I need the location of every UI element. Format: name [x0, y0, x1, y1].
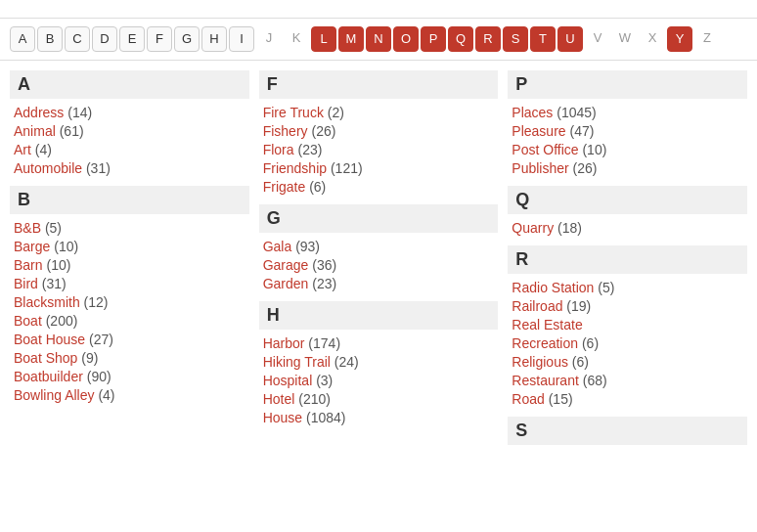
- item-link-bird[interactable]: Bird: [14, 276, 38, 291]
- item-count: (31): [82, 160, 111, 176]
- item-count: (10): [50, 239, 78, 254]
- item-count: (36): [308, 257, 336, 273]
- alpha-btn-k[interactable]: K: [284, 26, 309, 52]
- alpha-btn-t[interactable]: T: [530, 26, 556, 52]
- alpha-btn-q[interactable]: Q: [448, 26, 473, 52]
- alpha-btn-r[interactable]: R: [475, 26, 501, 52]
- list-item: Flora (23): [259, 142, 499, 157]
- item-link-boatbuilder[interactable]: Boatbuilder: [14, 369, 83, 384]
- item-link-religious[interactable]: Religious: [512, 354, 568, 370]
- item-link-house[interactable]: House: [263, 410, 302, 425]
- item-link-frigate[interactable]: Frigate: [263, 179, 306, 195]
- alpha-btn-h[interactable]: H: [201, 26, 227, 52]
- item-count: (121): [327, 160, 363, 176]
- alpha-btn-w[interactable]: W: [612, 26, 638, 52]
- item-count: (47): [566, 123, 595, 139]
- item-link-places[interactable]: Places: [512, 105, 553, 120]
- alpha-btn-x[interactable]: X: [640, 26, 665, 52]
- list-item: Boatbuilder (90): [10, 369, 249, 384]
- item-link-flora[interactable]: Flora: [263, 142, 294, 157]
- alpha-btn-m[interactable]: M: [338, 26, 364, 52]
- item-count: (31): [38, 276, 67, 291]
- item-link-hotel[interactable]: Hotel: [263, 391, 295, 407]
- item-count: (10): [579, 142, 607, 157]
- item-link-friendship[interactable]: Friendship: [263, 160, 327, 176]
- item-link-hiking-trail[interactable]: Hiking Trail: [263, 354, 331, 370]
- item-count: (12): [80, 294, 109, 310]
- alpha-btn-s[interactable]: S: [503, 26, 528, 52]
- list-item: B&B (5): [10, 220, 249, 236]
- item-link-animal[interactable]: Animal: [14, 123, 56, 139]
- item-count: (26): [569, 160, 598, 176]
- alpha-btn-g[interactable]: G: [174, 26, 200, 52]
- list-item: House (1084): [259, 410, 499, 425]
- item-link-gala[interactable]: Gala: [263, 239, 292, 254]
- item-link-boat[interactable]: Boat: [14, 313, 42, 329]
- item-link-automobile[interactable]: Automobile: [14, 160, 82, 176]
- item-count: (200): [42, 313, 78, 329]
- item-count: (15): [545, 391, 573, 407]
- list-item: Harbor (174): [259, 335, 499, 351]
- item-link-boat-house[interactable]: Boat House: [14, 332, 85, 347]
- item-link-hospital[interactable]: Hospital: [263, 373, 313, 388]
- item-link-blacksmith[interactable]: Blacksmith: [14, 294, 80, 310]
- alpha-btn-e[interactable]: E: [119, 26, 145, 52]
- list-item: Friendship (121): [259, 160, 499, 176]
- item-link-boat-shop[interactable]: Boat Shop: [14, 350, 77, 366]
- list-item: Barge (10): [10, 239, 249, 254]
- list-item: Blacksmith (12): [10, 294, 249, 310]
- item-link-radio-station[interactable]: Radio Station: [512, 280, 594, 295]
- alpha-btn-j[interactable]: J: [256, 26, 282, 52]
- alpha-btn-i[interactable]: I: [229, 26, 254, 52]
- list-item: Boat (200): [10, 313, 249, 329]
- item-link-fishery[interactable]: Fishery: [263, 123, 308, 139]
- item-link-restaurant[interactable]: Restaurant: [512, 373, 578, 388]
- alpha-btn-u[interactable]: U: [557, 26, 583, 52]
- alpha-btn-n[interactable]: N: [366, 26, 391, 52]
- alpha-btn-a[interactable]: A: [10, 26, 35, 52]
- list-item: Address (14): [10, 105, 249, 120]
- alpha-btn-p[interactable]: P: [421, 26, 446, 52]
- item-count: (2): [324, 105, 344, 120]
- item-link-post-office[interactable]: Post Office: [512, 142, 578, 157]
- alpha-btn-v[interactable]: V: [585, 26, 610, 52]
- section-letter-f: F: [259, 70, 499, 99]
- item-link-real-estate[interactable]: Real Estate: [512, 317, 582, 332]
- item-link-road[interactable]: Road: [512, 391, 544, 407]
- list-item: Fishery (26): [259, 123, 499, 139]
- list-item: Automobile (31): [10, 160, 249, 176]
- item-link-garden[interactable]: Garden: [263, 276, 309, 291]
- item-link-art[interactable]: Art: [14, 142, 31, 157]
- item-count: (19): [562, 298, 591, 314]
- list-item: Garage (36): [259, 257, 499, 273]
- list-item: Gala (93): [259, 239, 499, 254]
- item-link-fire-truck[interactable]: Fire Truck: [263, 105, 324, 120]
- item-link-railroad[interactable]: Railroad: [512, 298, 562, 314]
- item-link-address[interactable]: Address: [14, 105, 64, 120]
- item-link-harbor[interactable]: Harbor: [263, 335, 305, 351]
- item-link-quarry[interactable]: Quarry: [512, 220, 554, 236]
- column-1: FFire Truck (2)Fishery (26)Flora (23)Fri…: [259, 70, 499, 451]
- item-count: (68): [579, 373, 607, 388]
- alpha-btn-l[interactable]: L: [311, 26, 336, 52]
- item-link-recreation[interactable]: Recreation: [512, 335, 578, 351]
- section-letter-p: P: [508, 70, 747, 99]
- list-item: Barn (10): [10, 257, 249, 273]
- section-letter-g: G: [259, 204, 499, 233]
- item-link-barn[interactable]: Barn: [14, 257, 43, 273]
- item-link-publisher[interactable]: Publisher: [512, 160, 568, 176]
- item-link-bowling-alley[interactable]: Bowling Alley: [14, 387, 95, 403]
- alpha-btn-c[interactable]: C: [65, 26, 90, 52]
- alpha-btn-b[interactable]: B: [37, 26, 63, 52]
- alpha-btn-d[interactable]: D: [92, 26, 117, 52]
- item-link-garage[interactable]: Garage: [263, 257, 309, 273]
- item-count: (1084): [302, 410, 345, 425]
- item-link-pleasure[interactable]: Pleasure: [512, 123, 565, 139]
- alpha-btn-y[interactable]: Y: [667, 26, 692, 52]
- alpha-btn-z[interactable]: Z: [694, 26, 720, 52]
- item-count: (10): [43, 257, 71, 273]
- alpha-btn-o[interactable]: O: [393, 26, 419, 52]
- item-link-barge[interactable]: Barge: [14, 239, 50, 254]
- alpha-btn-f[interactable]: F: [147, 26, 172, 52]
- item-link-b&b[interactable]: B&B: [14, 220, 41, 236]
